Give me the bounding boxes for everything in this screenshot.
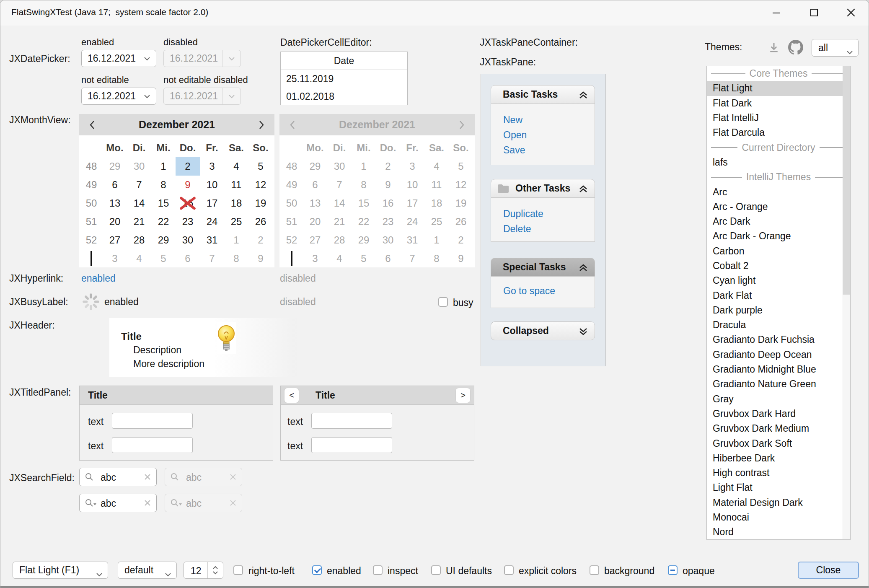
- font-size-spinner[interactable]: 12: [184, 562, 223, 579]
- theme-list-item[interactable]: Arc - Orange: [707, 199, 850, 214]
- theme-list-item[interactable]: Cyan light: [707, 273, 850, 288]
- background-checkbox[interactable]: [590, 565, 599, 575]
- day-cell[interactable]: 30: [127, 157, 151, 176]
- close-window-button[interactable]: [833, 1, 869, 24]
- title-bar[interactable]: FlatSwingXTest (Java 17; system scale fa…: [0, 0, 869, 26]
- text-input[interactable]: [112, 437, 193, 453]
- date-table[interactable]: Date 25.11.2019 01.02.2018: [280, 52, 408, 105]
- day-cell[interactable]: 13: [103, 194, 127, 212]
- datepicker-value[interactable]: 16.12.2021: [88, 91, 136, 102]
- github-icon[interactable]: [788, 40, 803, 55]
- day-cell[interactable]: 17: [200, 194, 224, 212]
- laf-combo[interactable]: Flat Light (F1): [13, 562, 108, 579]
- collapse-chevron-icon[interactable]: [579, 263, 588, 275]
- taskpane-collapsed-header[interactable]: Collapsed: [491, 321, 595, 340]
- theme-list-item[interactable]: Arc Dark - Orange: [707, 229, 850, 243]
- day-cell[interactable]: 14: [127, 194, 151, 212]
- day-cell[interactable]: 26: [248, 212, 273, 231]
- theme-list-item[interactable]: lafs: [707, 155, 850, 170]
- day-cell[interactable]: 21: [127, 212, 151, 231]
- day-cell[interactable]: 29: [103, 157, 127, 176]
- chevron-down-icon[interactable]: [138, 88, 156, 104]
- task-link-open[interactable]: Open: [503, 127, 595, 142]
- day-cell[interactable]: 9: [248, 249, 273, 268]
- task-link-go-to-space[interactable]: Go to space: [503, 283, 595, 298]
- day-cell[interactable]: 2: [248, 231, 273, 249]
- day-cell[interactable]: 19: [248, 194, 273, 212]
- theme-list-item[interactable]: Light Flat: [707, 480, 850, 495]
- clear-icon[interactable]: [144, 473, 151, 482]
- day-cell[interactable]: 31: [200, 231, 224, 249]
- theme-list-item[interactable]: Gruvbox Dark Soft: [707, 436, 850, 451]
- search-value[interactable]: abc: [101, 472, 116, 483]
- day-cell[interactable]: 4: [224, 157, 248, 176]
- day-cell[interactable]: 1: [151, 157, 176, 176]
- day-cell[interactable]: 18: [224, 194, 248, 212]
- table-row[interactable]: 01.02.2018: [281, 88, 407, 105]
- theme-list-item[interactable]: Flat IntelliJ: [707, 111, 850, 125]
- text-input[interactable]: [112, 413, 193, 429]
- opaque-checkbox[interactable]: [668, 565, 678, 575]
- table-row[interactable]: 25.11.2019: [281, 70, 407, 88]
- clear-icon[interactable]: [144, 499, 151, 508]
- theme-list-item[interactable]: Gruvbox Dark Medium: [707, 421, 850, 436]
- style-combo[interactable]: default: [118, 562, 177, 579]
- theme-list-item[interactable]: Monocai: [707, 510, 850, 525]
- theme-list-item[interactable]: Dracula: [707, 318, 850, 332]
- search-field-enabled[interactable]: abc: [79, 468, 157, 486]
- theme-list-item[interactable]: Gradianto Deep Ocean: [707, 347, 850, 362]
- close-button[interactable]: Close: [798, 562, 859, 579]
- day-cell[interactable]: 12: [248, 176, 273, 194]
- day-cell[interactable]: 24: [200, 212, 224, 231]
- collapse-chevron-icon[interactable]: [579, 91, 588, 102]
- day-cell[interactable]: 27: [103, 231, 127, 249]
- theme-list-item[interactable]: Arc Dark: [707, 214, 850, 229]
- day-cell[interactable]: 9: [176, 176, 200, 194]
- panel-right-arrow-button[interactable]: >: [455, 388, 471, 403]
- day-cell[interactable]: 30: [176, 231, 200, 249]
- taskpane-other-header[interactable]: Other Tasks: [491, 179, 595, 198]
- chevron-down-icon[interactable]: [212, 571, 218, 575]
- themes-filter-combo[interactable]: all: [812, 39, 859, 57]
- date-table-header[interactable]: Date: [281, 52, 407, 70]
- search-menu-icon[interactable]: [85, 498, 97, 509]
- theme-list-item[interactable]: Gruvbox Dark Hard: [707, 407, 850, 421]
- day-cell[interactable]: 8: [224, 249, 248, 268]
- minimize-button[interactable]: [758, 1, 795, 24]
- theme-list-item[interactable]: Gray: [707, 392, 850, 407]
- day-cell[interactable]: 7: [200, 249, 224, 268]
- task-link-save[interactable]: Save: [503, 142, 595, 158]
- inspect-checkbox[interactable]: [373, 565, 383, 575]
- search-field-menu-enabled[interactable]: abc: [79, 494, 157, 512]
- day-cell[interactable]: 29: [151, 231, 176, 249]
- theme-list-item[interactable]: Flat Dark: [707, 96, 850, 111]
- busy-checkbox[interactable]: [438, 297, 448, 307]
- day-cell[interactable]: 10: [200, 176, 224, 194]
- day-cell[interactable]: 7: [127, 176, 151, 194]
- day-cell[interactable]: 16: [176, 194, 200, 212]
- task-link-duplicate[interactable]: Duplicate: [503, 206, 595, 221]
- taskpane-basic-header[interactable]: Basic Tasks: [491, 85, 595, 104]
- theme-list-item[interactable]: Dark purple: [707, 303, 850, 318]
- theme-list-item[interactable]: High contrast: [707, 466, 850, 480]
- day-cell[interactable]: 20: [103, 212, 127, 231]
- theme-list-item[interactable]: Dark Flat: [707, 288, 850, 303]
- download-icon[interactable]: [767, 41, 781, 54]
- day-cell[interactable]: 1: [224, 231, 248, 249]
- day-cell[interactable]: 5: [151, 249, 176, 268]
- font-size-value[interactable]: 12: [191, 565, 202, 577]
- datepicker-enabled[interactable]: 16.12.2021: [81, 50, 156, 67]
- chevron-down-icon[interactable]: [138, 50, 156, 67]
- theme-list-item[interactable]: Nord: [707, 525, 850, 539]
- day-cell[interactable]: 2: [176, 157, 200, 176]
- hyperlink-enabled[interactable]: enabled: [81, 273, 116, 285]
- day-cell[interactable]: 3: [200, 157, 224, 176]
- spinner-arrows[interactable]: [207, 562, 223, 578]
- themes-list[interactable]: Core ThemesFlat LightFlat DarkFlat Intel…: [706, 66, 851, 540]
- day-cell[interactable]: 15: [151, 194, 176, 212]
- theme-list-item[interactable]: Gradianto Midnight Blue: [707, 362, 850, 377]
- maximize-button[interactable]: [796, 1, 833, 24]
- day-cell[interactable]: 4: [127, 249, 151, 268]
- task-link-delete[interactable]: Delete: [503, 221, 595, 236]
- text-input[interactable]: [311, 437, 392, 453]
